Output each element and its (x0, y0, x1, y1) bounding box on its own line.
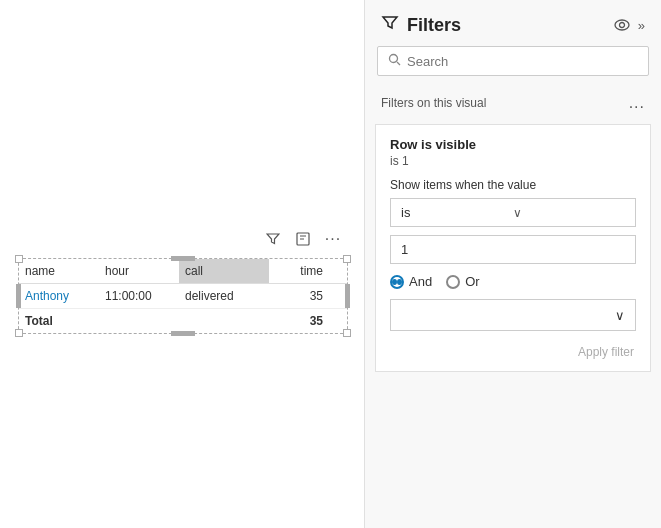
search-input[interactable] (407, 54, 638, 69)
table-body: Anthony 11:00:00 delivered 35 Total 35 (19, 284, 347, 333)
header-actions: » (614, 17, 645, 34)
cell-name-total: Total (19, 309, 99, 333)
cell-call-total (179, 309, 269, 333)
chevron-down-icon: ∨ (513, 206, 625, 220)
cell-hour-total (99, 309, 179, 333)
filter-section-label: Show items when the value (390, 178, 636, 192)
expand-icon[interactable] (292, 228, 314, 250)
filter-card-subtitle: is 1 (390, 154, 636, 168)
radio-or-circle (446, 275, 460, 289)
filters-on-visual-header: Filters on this visual ... (365, 86, 661, 120)
filters-on-visual-label: Filters on this visual (381, 96, 629, 110)
cell-time-1: 35 (269, 284, 329, 308)
col-call: call (179, 259, 269, 283)
table-header: name hour call time (19, 259, 347, 284)
radio-and-label: And (409, 274, 432, 289)
radio-or-label: Or (465, 274, 479, 289)
col-time: time (269, 259, 329, 283)
col-hour: hour (99, 259, 179, 283)
radio-group: And Or (390, 274, 636, 289)
chevron-down-icon-2: ∨ (615, 308, 625, 323)
filters-title: Filters (407, 15, 606, 36)
filter-card-title: Row is visible (390, 137, 636, 152)
radio-and-circle (390, 275, 404, 289)
data-table: name hour call time Anthony 11:00:00 del… (18, 258, 348, 334)
search-icon (388, 53, 401, 69)
filter-condition-dropdown[interactable]: is ∨ (390, 198, 636, 227)
left-panel: ··· name hour call time Anthony 11:00:00… (0, 0, 365, 528)
table-row: Anthony 11:00:00 delivered 35 (19, 284, 347, 309)
resize-handle-br[interactable] (343, 329, 351, 337)
filter-panel-icon (381, 14, 399, 36)
svg-point-1 (615, 20, 629, 30)
filter-value-input[interactable] (390, 235, 636, 264)
filters-on-visual-more[interactable]: ... (629, 94, 645, 112)
cell-time-total: 35 (269, 309, 329, 333)
cell-name-1: Anthony (19, 284, 99, 308)
radio-or[interactable]: Or (446, 274, 479, 289)
apply-filter-button[interactable]: Apply filter (578, 345, 634, 359)
filter-icon[interactable] (262, 228, 284, 250)
visual-toolbar: ··· (262, 228, 344, 250)
filter-condition-value: is (401, 205, 513, 220)
resize-handle-tr[interactable] (343, 255, 351, 263)
table-row-total: Total 35 (19, 309, 347, 333)
more-options-icon[interactable]: ··· (322, 228, 344, 250)
resize-handle-top[interactable] (171, 256, 195, 261)
resize-handle-right[interactable] (345, 284, 350, 308)
resize-handle-bl[interactable] (15, 329, 23, 337)
svg-point-3 (390, 55, 398, 63)
right-panel: Filters » Filters on this visual ... Row (365, 0, 661, 528)
apply-filter-row: Apply filter (390, 341, 636, 359)
filter-card: Row is visible is 1 Show items when the … (375, 124, 651, 372)
search-box[interactable] (377, 46, 649, 76)
collapse-icon[interactable]: » (638, 18, 645, 33)
resize-handle-bottom[interactable] (171, 331, 195, 336)
col-name: name (19, 259, 99, 283)
svg-point-2 (619, 22, 624, 27)
filter-second-dropdown[interactable]: ∨ (390, 299, 636, 331)
filters-header: Filters » (365, 0, 661, 46)
cell-call-1: delivered (179, 284, 269, 308)
visibility-icon[interactable] (614, 17, 630, 34)
cell-hour-1: 11:00:00 (99, 284, 179, 308)
resize-handle-tl[interactable] (15, 255, 23, 263)
radio-and[interactable]: And (390, 274, 432, 289)
resize-handle-left[interactable] (16, 284, 21, 308)
